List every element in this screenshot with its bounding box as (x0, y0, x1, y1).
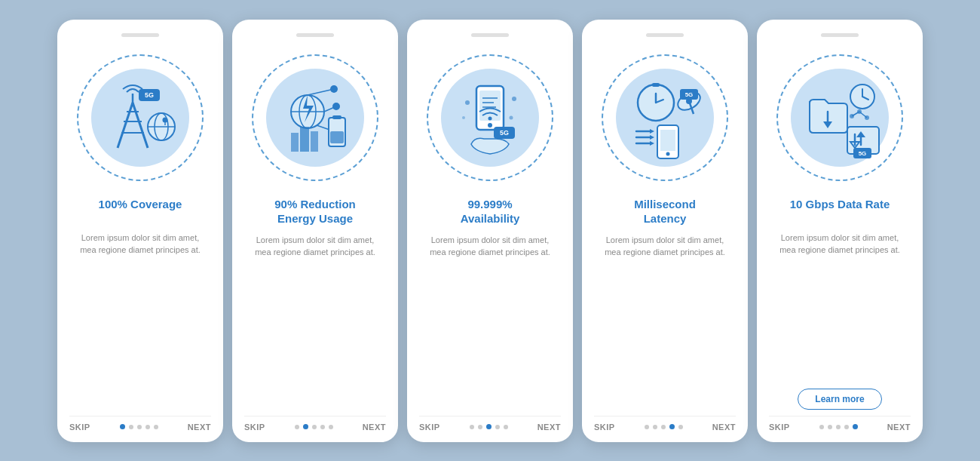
svg-rect-21 (291, 133, 299, 152)
energy-icon (270, 72, 360, 163)
svg-rect-51 (660, 130, 675, 151)
dot-1-1 (120, 424, 125, 429)
svg-marker-55 (650, 141, 654, 146)
svg-point-40 (462, 116, 465, 119)
svg-text:5G: 5G (685, 91, 694, 98)
dots-1 (120, 424, 158, 429)
dot-4-2 (653, 425, 657, 429)
dot-5-4 (844, 425, 849, 429)
svg-rect-27 (330, 131, 344, 143)
svg-line-1 (133, 103, 148, 148)
svg-line-70 (852, 112, 859, 116)
skip-btn-2[interactable]: SKIP (244, 423, 265, 432)
dot-2-5 (329, 425, 333, 429)
availability-icon: 5G (445, 72, 535, 163)
coverage-icon: 5G (95, 72, 185, 163)
screen-text-1: Lorem ipsum dolor sit dim amet, mea regi… (69, 232, 211, 416)
illustration-datarate: 5G (776, 46, 904, 189)
phone-screen-3: 5G 99.999% Availability Lorem ipsum dolo… (407, 20, 573, 442)
svg-point-30 (488, 123, 492, 128)
datarate-icon: 5G (795, 72, 885, 163)
svg-rect-26 (332, 115, 341, 119)
screen-text-2: Lorem ipsum dolor sit dim amet, mea regi… (244, 234, 386, 416)
svg-line-15 (308, 89, 334, 95)
svg-rect-42 (652, 83, 660, 87)
svg-marker-53 (650, 129, 654, 134)
screen-title-4: Millisecond Latency (634, 197, 696, 226)
svg-point-18 (330, 85, 338, 93)
svg-point-19 (332, 103, 340, 110)
dot-1-2 (129, 425, 133, 429)
svg-text:5G: 5G (859, 150, 867, 157)
skip-btn-3[interactable]: SKIP (419, 423, 440, 432)
dots-2 (295, 424, 333, 429)
dot-4-5 (678, 425, 683, 429)
dot-5-2 (828, 425, 832, 429)
dot-4-4 (669, 424, 675, 429)
svg-point-38 (512, 97, 516, 101)
nav-area-4: SKIP NEXT (594, 416, 736, 432)
svg-text:5G: 5G (145, 91, 154, 99)
dot-5-5 (853, 424, 858, 429)
nav-area-2: SKIP NEXT (244, 416, 386, 432)
nav-area-1: SKIP NEXT (69, 416, 211, 432)
phone-screen-4: 5G Millisecond Latency Lorem ipsum dolor… (582, 20, 748, 442)
screen-text-3: Lorem ipsum dolor sit dim amet, mea regi… (419, 234, 561, 416)
screen-title-1: 100% Coverage (99, 197, 182, 224)
dot-1-3 (137, 425, 142, 429)
dot-2-3 (312, 425, 317, 429)
dot-3-1 (470, 425, 474, 429)
latency-icon: 5G (620, 72, 710, 163)
dot-4-3 (661, 425, 666, 429)
dot-2-1 (295, 425, 299, 429)
svg-line-0 (118, 103, 133, 148)
dot-3-4 (495, 425, 500, 429)
svg-point-34 (488, 116, 492, 120)
svg-point-52 (666, 152, 670, 155)
svg-rect-22 (300, 127, 309, 152)
next-btn-4[interactable]: NEXT (712, 423, 736, 432)
svg-point-72 (865, 115, 869, 120)
dot-2-4 (320, 425, 325, 429)
phone-screen-2: 90% Reduction Energy Usage Lorem ipsum d… (232, 20, 398, 442)
nav-area-3: SKIP NEXT (419, 416, 561, 432)
phone-screen-1: 5G 100% Coverage Lorem ipsum dolor sit d… (57, 20, 223, 442)
phone-screen-5: 5G 10 Gbps Data Rate Lorem ipsum dolor s… (757, 20, 923, 442)
svg-point-39 (510, 115, 513, 119)
illustration-coverage: 5G (76, 46, 204, 189)
svg-marker-54 (650, 135, 654, 140)
dots-3 (470, 424, 508, 429)
dot-3-2 (478, 425, 482, 429)
dot-1-5 (154, 425, 158, 429)
illustration-availability: 5G (426, 46, 554, 189)
screen-text-4: Lorem ipsum dolor sit dim amet, mea regi… (594, 234, 736, 416)
next-btn-2[interactable]: NEXT (363, 423, 386, 432)
svg-point-37 (465, 100, 470, 105)
nav-area-5: SKIP NEXT (769, 416, 911, 432)
dot-5-1 (819, 425, 824, 429)
dot-1-4 (145, 425, 150, 429)
dot-3-5 (504, 425, 508, 429)
svg-text:5G: 5G (500, 129, 509, 137)
illustration-latency: 5G (601, 46, 729, 189)
svg-rect-29 (479, 91, 501, 121)
skip-btn-4[interactable]: SKIP (594, 423, 615, 432)
next-btn-1[interactable]: NEXT (188, 423, 211, 432)
dot-2-2 (303, 424, 308, 429)
illustration-energy (251, 46, 379, 189)
skip-btn-5[interactable]: SKIP (769, 423, 790, 432)
screen-title-5: 10 Gbps Data Rate (790, 197, 890, 224)
skip-btn-1[interactable]: SKIP (69, 423, 90, 432)
dot-4-1 (645, 425, 649, 429)
next-btn-5[interactable]: NEXT (887, 423, 911, 432)
next-btn-3[interactable]: NEXT (537, 423, 561, 432)
learn-more-button[interactable]: Learn more (798, 389, 881, 410)
screen-text-5: Lorem ipsum dolor sit dim amet, mea regi… (769, 232, 911, 389)
dots-5 (819, 424, 858, 429)
screens-container: 5G 100% Coverage Lorem ipsum dolor sit d… (42, 5, 938, 457)
screen-title-2: 90% Reduction Energy Usage (274, 197, 356, 226)
dot-5-3 (836, 425, 841, 429)
dots-4 (645, 424, 683, 429)
svg-rect-23 (311, 131, 318, 152)
screen-title-3: 99.999% Availability (461, 197, 520, 226)
